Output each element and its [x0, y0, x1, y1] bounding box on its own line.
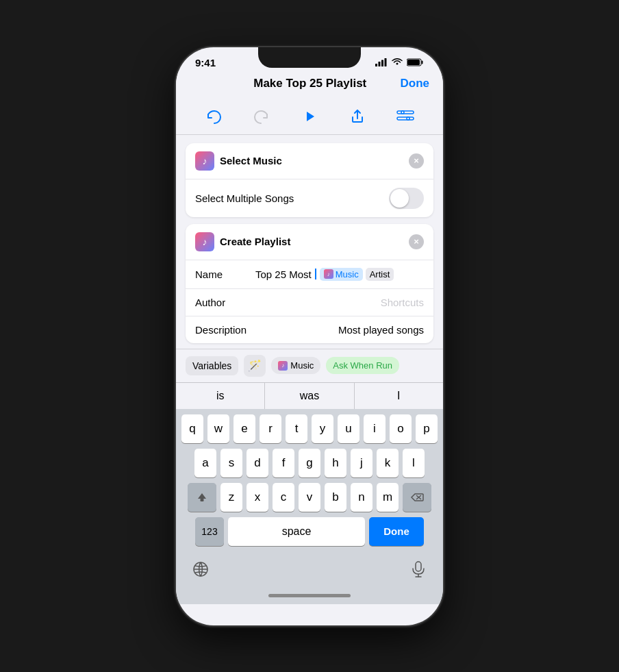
music-token[interactable]: ♪ Music — [271, 357, 320, 374]
svg-rect-3 — [385, 58, 387, 66]
notch — [258, 47, 361, 68]
card1-title: Select Music — [220, 155, 282, 166]
select-multiple-toggle[interactable] — [389, 188, 424, 209]
svg-rect-8 — [397, 111, 414, 114]
name-field[interactable]: Top 25 Most ♪ Music Artist — [255, 268, 394, 281]
globe-key[interactable] — [186, 554, 216, 584]
key-l[interactable]: l — [403, 449, 425, 477]
desc-field[interactable]: Most played songs — [338, 324, 424, 336]
card1-close-button[interactable]: × — [409, 153, 424, 169]
artist-tag[interactable]: Artist — [366, 268, 394, 281]
toggle-label: Select Multiple Songs — [195, 192, 294, 204]
svg-marker-12 — [198, 493, 206, 499]
keyboard: q w e r t y u i o p a s d f g h j k l — [176, 409, 443, 551]
key-m[interactable]: m — [377, 483, 399, 512]
key-q[interactable]: q — [181, 414, 203, 443]
play-button[interactable] — [297, 104, 322, 129]
card2-music-icon: ♪ — [195, 232, 214, 251]
battery-icon — [407, 58, 424, 66]
home-bar — [268, 594, 351, 597]
done-button[interactable]: Done — [401, 77, 430, 90]
key-v[interactable]: v — [299, 483, 320, 512]
card2-header-left: ♪ Create Playlist — [195, 232, 290, 251]
settings-button[interactable] — [393, 104, 418, 129]
autocomplete-was[interactable]: was — [265, 383, 354, 409]
autocomplete-i[interactable]: I — [355, 383, 443, 409]
key-h[interactable]: h — [325, 449, 346, 477]
author-label: Author — [195, 297, 250, 308]
keyboard-row1: q w e r t y u i o p — [180, 414, 439, 443]
nav-title: Make Top 25 Playlist — [253, 77, 366, 90]
autocomplete-bar: is was I — [176, 382, 443, 409]
variables-token[interactable]: Variables — [186, 356, 238, 375]
key-n[interactable]: n — [351, 483, 372, 512]
key-e[interactable]: e — [233, 414, 255, 443]
phone-shell: 9:41 Make Top 25 P — [176, 47, 443, 625]
key-k[interactable]: k — [377, 449, 399, 477]
key-i[interactable]: i — [364, 414, 386, 443]
card1-header-left: ♪ Select Music — [195, 151, 282, 171]
toggle-knob — [390, 189, 409, 208]
music-tag[interactable]: ♪ Music — [320, 268, 363, 281]
svg-rect-6 — [407, 60, 420, 65]
key-t[interactable]: t — [286, 414, 307, 443]
space-key[interactable]: space — [228, 517, 365, 546]
desc-row: Description Most played songs — [186, 316, 433, 343]
mic-key[interactable] — [403, 554, 433, 584]
name-label: Name — [195, 269, 250, 280]
delete-key[interactable] — [403, 483, 431, 512]
undo-button[interactable] — [201, 104, 226, 129]
key-p[interactable]: p — [416, 414, 438, 443]
create-playlist-card: ♪ Create Playlist × Name Top 25 Most ♪ M… — [186, 224, 433, 343]
home-indicator — [176, 590, 443, 604]
numbers-key[interactable]: 123 — [195, 517, 224, 546]
key-g[interactable]: g — [299, 449, 320, 477]
name-text: Top 25 Most — [255, 269, 312, 280]
key-z[interactable]: z — [220, 483, 242, 512]
text-cursor — [315, 269, 316, 279]
share-button[interactable] — [345, 104, 370, 129]
key-x[interactable]: x — [247, 483, 268, 512]
autocomplete-is[interactable]: is — [176, 383, 265, 409]
card2-close-button[interactable]: × — [409, 234, 424, 249]
author-field[interactable]: Shortcuts — [381, 297, 424, 308]
key-c[interactable]: c — [273, 483, 294, 512]
card2-header: ♪ Create Playlist × — [186, 224, 433, 260]
card1-toggle-row: Select Multiple Songs — [186, 179, 433, 217]
key-u[interactable]: u — [338, 414, 359, 443]
svg-rect-10 — [397, 117, 414, 120]
card1-music-icon: ♪ — [195, 151, 214, 171]
shift-key[interactable] — [188, 483, 216, 512]
key-y[interactable]: y — [312, 414, 333, 443]
music-tag-icon: ♪ — [324, 269, 333, 279]
keyboard-accessory-bar — [176, 551, 443, 590]
svg-rect-1 — [379, 62, 381, 66]
keyboard-done-key[interactable]: Done — [369, 517, 424, 546]
toolbar — [176, 99, 443, 135]
key-w[interactable]: w — [207, 414, 229, 443]
key-s[interactable]: s — [220, 449, 242, 477]
key-j[interactable]: j — [351, 449, 372, 477]
key-r[interactable]: r — [260, 414, 281, 443]
token-bar: Variables 🪄 ♪ Music Ask When Run — [176, 349, 443, 382]
name-row: Name Top 25 Most ♪ Music Artist — [186, 260, 433, 289]
status-icons — [375, 58, 424, 66]
card2-title: Create Playlist — [220, 236, 290, 247]
keyboard-row3: z x c v b n m — [180, 483, 439, 512]
ask-when-run-token[interactable]: Ask When Run — [326, 357, 399, 374]
key-b[interactable]: b — [325, 483, 346, 512]
card1-header: ♪ Select Music × — [186, 143, 433, 179]
magic-wand-button[interactable]: 🪄 — [244, 355, 266, 377]
select-music-card: ♪ Select Music × Select Multiple Songs — [186, 143, 433, 217]
svg-rect-11 — [407, 117, 409, 120]
key-o[interactable]: o — [390, 414, 412, 443]
svg-rect-9 — [401, 111, 404, 114]
key-d[interactable]: d — [247, 449, 268, 477]
wifi-icon — [392, 58, 403, 66]
redo-button[interactable] — [249, 104, 274, 129]
nav-bar: Make Top 25 Playlist Done — [176, 71, 443, 99]
key-f[interactable]: f — [273, 449, 294, 477]
svg-marker-7 — [307, 112, 314, 121]
author-row: Author Shortcuts — [186, 289, 433, 316]
key-a[interactable]: a — [194, 449, 216, 477]
